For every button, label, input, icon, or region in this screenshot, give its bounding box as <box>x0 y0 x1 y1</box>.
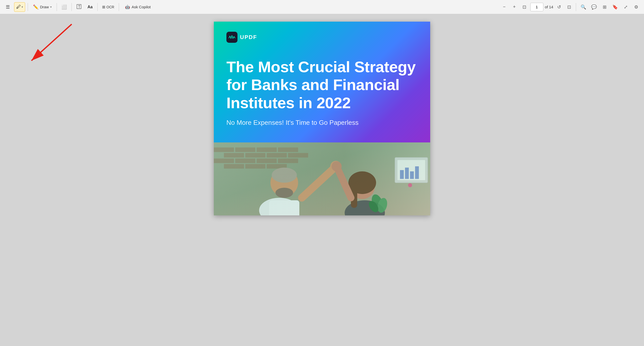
zoom-out-icon: − <box>503 4 506 10</box>
ocr-icon: ⊞ <box>102 5 105 9</box>
expand-icon: ⤢ <box>624 4 628 10</box>
copilot-button[interactable]: 🤖 Ask Copilot <box>122 2 154 12</box>
stamp-button[interactable]: ⊞ <box>600 2 609 12</box>
zoom-in-icon: + <box>513 4 516 10</box>
textbox-button[interactable]: 🅃 <box>74 2 84 12</box>
separator-1 <box>28 3 28 11</box>
right-toolbar: 🔍 💬 ⊞ 🔖 ⤢ ⚙ <box>579 2 641 12</box>
comment-button[interactable]: 💬 <box>589 2 599 12</box>
rotate-icon: ↺ <box>557 4 561 10</box>
page-number-input[interactable]: 1 <box>530 3 543 11</box>
fit-page-icon: ⊡ <box>522 4 526 10</box>
rotate-button[interactable]: ↺ <box>555 3 563 11</box>
highlight-icon: 🖊 <box>16 4 21 10</box>
search-icon: 🔍 <box>581 4 586 10</box>
pdf-subtitle: No More Expenses! It's Time to Go Paperl… <box>226 119 418 127</box>
page-total-label: of 14 <box>545 5 553 9</box>
crop-icon: ⊡ <box>567 4 571 10</box>
updf-wave-icon <box>228 34 235 40</box>
highlight-button[interactable]: 🖊 ▾ <box>14 2 25 12</box>
zoom-out-button[interactable]: − <box>500 3 509 11</box>
svg-rect-42 <box>214 142 430 215</box>
updf-logo: UPDF <box>226 32 418 43</box>
eraser-button[interactable]: ⬜ <box>59 2 69 12</box>
menu-icon: ☰ <box>6 4 10 10</box>
search-button[interactable]: 🔍 <box>579 2 588 12</box>
pdf-title: The Most Crucial Strategy for Banks and … <box>226 58 418 112</box>
font-button[interactable]: Aa <box>85 2 95 12</box>
textbox-icon: 🅃 <box>77 4 81 10</box>
draw-button[interactable]: ✏️ Draw ▾ <box>30 2 54 12</box>
content-area: UPDF The Most Crucial Strategy for Banks… <box>0 14 644 346</box>
pdf-image-illustration <box>214 142 430 215</box>
updf-logo-icon <box>226 32 237 43</box>
separator-3 <box>71 3 72 11</box>
separator-2 <box>57 3 57 11</box>
crop-button[interactable]: ⊡ <box>565 3 573 11</box>
stamp-icon: ⊞ <box>603 4 607 10</box>
zoom-in-button[interactable]: + <box>510 3 519 11</box>
font-icon: Aa <box>88 5 93 9</box>
separator-5 <box>119 3 119 11</box>
red-arrow-annotation <box>25 22 75 67</box>
comment-icon: 💬 <box>591 4 597 10</box>
pdf-page: UPDF The Most Crucial Strategy for Banks… <box>214 22 430 215</box>
settings-button[interactable]: ⚙ <box>631 2 641 12</box>
ocr-button[interactable]: ⊞ OCR <box>100 2 116 12</box>
fit-page-button[interactable]: ⊡ <box>520 3 529 11</box>
svg-line-1 <box>31 24 72 61</box>
eraser-icon: ⬜ <box>61 4 67 10</box>
settings-icon: ⚙ <box>634 4 638 10</box>
bookmark-icon: 🔖 <box>612 4 618 10</box>
pdf-image-section <box>214 142 430 215</box>
draw-label: Draw <box>40 5 49 9</box>
dropdown-arrow-icon: ▾ <box>22 6 23 8</box>
separator-4 <box>97 3 98 11</box>
menu-button[interactable]: ☰ <box>3 2 13 12</box>
page-navigation: 1 of 14 <box>530 3 553 11</box>
draw-dropdown-icon: ▾ <box>50 6 52 8</box>
expand-button[interactable]: ⤢ <box>621 2 630 12</box>
updf-logo-text: UPDF <box>240 34 257 41</box>
copilot-icon: 🤖 <box>125 5 130 9</box>
toolbar: ☰ 🖊 ▾ ✏️ Draw ▾ ⬜ 🅃 Aa ⊞ OCR 🤖 Ask Copil… <box>0 0 644 14</box>
bookmark-button[interactable]: 🔖 <box>610 2 620 12</box>
pdf-header-section: UPDF The Most Crucial Strategy for Banks… <box>214 22 430 142</box>
separator-6 <box>576 3 576 11</box>
copilot-label: Ask Copilot <box>132 5 151 9</box>
draw-icon: ✏️ <box>33 4 38 10</box>
